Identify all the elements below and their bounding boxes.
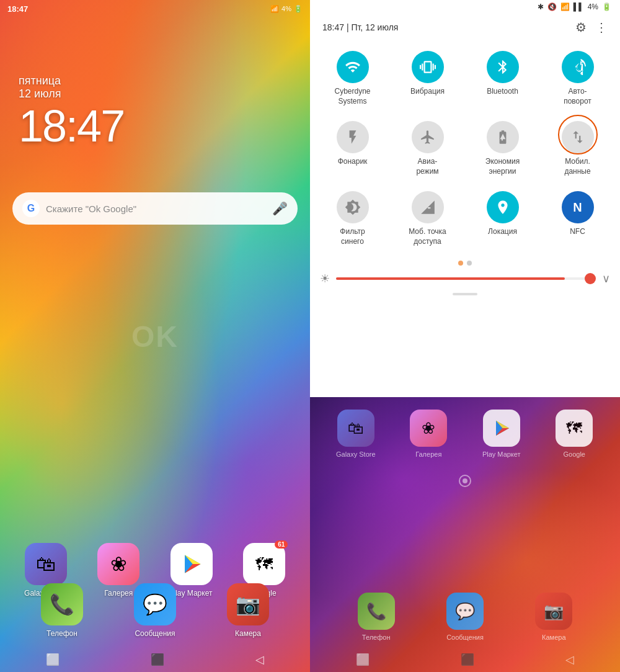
right-home-indicator — [459, 475, 471, 487]
left-day: пятница — [19, 74, 61, 87]
qs-header: 18:47 | Пт, 12 июля ⚙ ⋮ — [310, 11, 620, 40]
qs-page-dots — [310, 258, 620, 268]
right-dock-camera[interactable]: 📷 Камера — [513, 593, 595, 641]
qs-tile-airplane[interactable]: Авиа-режим — [391, 115, 464, 182]
right-play-market-icon — [483, 410, 520, 447]
flashlight-tile-icon — [337, 121, 369, 153]
qs-tile-location[interactable]: Локация — [466, 185, 539, 253]
hotspot-tile-label: Моб. точкадоступа — [409, 227, 446, 246]
qs-tile-bluetooth[interactable]: Bluetooth — [466, 45, 539, 112]
right-galaxy-store-icon: 🛍 — [337, 410, 374, 447]
qs-tile-flashlight[interactable]: Фонарик — [316, 115, 389, 182]
battery-icon: 🔋 — [294, 5, 303, 13]
left-status-bar: 18:47 📶 4% 🔋 — [0, 0, 310, 17]
qs-tile-hotspot[interactable]: Моб. точкадоступа — [391, 185, 464, 253]
right-messages-label: Сообщения — [446, 634, 484, 641]
dock-messages[interactable]: 💬 Сообщения — [112, 583, 198, 638]
right-app-galaxy-store[interactable]: 🛍 Galaxy Store — [322, 410, 389, 458]
wifi-status-icon: 📶 — [560, 2, 570, 11]
qs-tile-mobile-data[interactable]: Мобил.данные — [541, 115, 614, 182]
google-search-bar[interactable]: G Скажите "Ok Google" 🎤 — [12, 192, 298, 225]
right-apps-grid: 🛍 Galaxy Store ❀ Галерея — [310, 410, 620, 458]
right-gallery-label: Галерея — [415, 450, 441, 458]
right-phone-icon: 📞 — [358, 593, 395, 630]
recent-apps-button[interactable]: ⬜ — [46, 653, 60, 666]
volume-status-icon: 🔇 — [547, 2, 557, 11]
brightness-thumb[interactable] — [585, 273, 596, 284]
left-date-time: пятница 12 июля 18:47 — [0, 74, 310, 151]
signal-icon: 📶 — [270, 5, 279, 13]
airplane-tile-icon — [412, 121, 444, 153]
hotspot-tile-icon — [412, 191, 444, 223]
more-options-icon[interactable]: ⋮ — [595, 20, 608, 35]
brightness-expand-icon[interactable]: ∨ — [602, 272, 610, 285]
qs-tile-vibration[interactable]: Вибрация — [391, 45, 464, 112]
dock-camera[interactable]: 📷 Камера — [205, 583, 291, 638]
qs-tile-nfc[interactable]: N NFC — [541, 185, 614, 253]
wifi-tile-icon — [337, 51, 369, 83]
camera-label: Камера — [235, 629, 261, 638]
vibration-tile-icon — [412, 51, 444, 83]
panel-drag-handle — [310, 289, 620, 299]
left-phone: 18:47 📶 4% 🔋 пятница 12 июля 18:47 G Ска… — [0, 0, 310, 672]
bluetooth-tile-label: Bluetooth — [487, 87, 518, 97]
right-app-google[interactable]: 🗺 Google — [541, 410, 608, 458]
mobile-data-tile-label: Мобил.данные — [564, 157, 590, 176]
left-date2: 12 июля — [19, 87, 61, 101]
wifi-tile-label: CyberdyneSystems — [334, 87, 370, 106]
watermark: OK — [131, 319, 179, 353]
qs-tile-autorotate[interactable]: Авто-поворот — [541, 45, 614, 112]
qs-tile-battery-saver[interactable]: Экономияэнергии — [466, 115, 539, 182]
left-dock: 📞 Телефон 💬 Сообщения 📷 Камера — [0, 583, 310, 638]
right-home-button[interactable]: ⬛ — [461, 653, 474, 666]
qs-tiles-grid: CyberdyneSystems Вибрация Bluetoot — [310, 40, 620, 258]
right-gallery-icon: ❀ — [410, 410, 447, 447]
gallery-icon: ❀ — [97, 543, 140, 585]
right-recent-button[interactable]: ⬜ — [356, 653, 370, 666]
left-nav-bar: ⬜ ⬛ ◁ — [0, 647, 310, 672]
flashlight-tile-label: Фонарик — [338, 157, 368, 167]
right-app-play-market[interactable]: Play Маркет — [468, 410, 535, 458]
airplane-tile-label: Авиа-режим — [416, 157, 438, 176]
qs-status-bar: ✱ 🔇 📶 ▌▌ 4% 🔋 — [310, 0, 620, 11]
brightness-fill — [336, 277, 565, 280]
qs-header-actions: ⚙ ⋮ — [575, 20, 608, 35]
right-app-gallery[interactable]: ❀ Галерея — [396, 410, 463, 458]
google-icon: 🗺 61 — [243, 543, 285, 585]
home-button[interactable]: ⬛ — [151, 653, 164, 666]
play-market-icon — [170, 543, 213, 585]
right-phone-label: Телефон — [362, 634, 391, 641]
right-google-icon: 🗺 — [556, 410, 593, 447]
battery-status-icon: 🔋 — [602, 2, 611, 11]
blue-filter-tile-label: Фильтрсинего — [340, 227, 365, 246]
right-camera-icon: 📷 — [535, 593, 572, 630]
dot-page-1 — [458, 261, 463, 266]
autorotate-tile-label: Авто-поворот — [564, 87, 591, 106]
vibration-tile-label: Вибрация — [410, 87, 445, 97]
battery-saver-tile-icon — [487, 121, 519, 153]
qs-tile-wifi[interactable]: CyberdyneSystems — [316, 45, 389, 112]
left-clock: 18:47 — [19, 101, 124, 151]
messages-icon: 💬 — [134, 583, 176, 625]
settings-icon[interactable]: ⚙ — [575, 20, 587, 35]
left-status-time: 18:47 — [7, 4, 28, 14]
right-dock-phone[interactable]: 📞 Телефон — [335, 593, 417, 641]
autorotate-tile-icon — [562, 51, 594, 83]
right-panel: ✱ 🔇 📶 ▌▌ 4% 🔋 18:47 | Пт, 12 июля ⚙ ⋮ — [310, 0, 620, 672]
right-bottom-area: 🛍 Galaxy Store ❀ Галерея — [310, 397, 620, 672]
qs-tile-blue-filter[interactable]: Фильтрсинего — [316, 185, 389, 253]
battery-saver-tile-label: Экономияэнергии — [485, 157, 520, 176]
brightness-control[interactable]: ☀ ∨ — [310, 268, 620, 289]
right-back-button[interactable]: ◁ — [565, 653, 574, 666]
brightness-track[interactable] — [336, 277, 596, 280]
google-logo: G — [22, 200, 40, 217]
right-dock-messages[interactable]: 💬 Сообщения — [423, 593, 506, 641]
mobile-data-tile-icon — [562, 121, 594, 153]
right-camera-label: Камера — [542, 634, 565, 641]
back-button[interactable]: ◁ — [255, 653, 264, 666]
mic-icon[interactable]: 🎤 — [272, 201, 288, 216]
location-tile-icon — [487, 191, 519, 223]
location-tile-label: Локация — [488, 227, 517, 237]
dock-phone[interactable]: 📞 Телефон — [19, 583, 105, 638]
battery-percent: 4% — [588, 2, 598, 11]
